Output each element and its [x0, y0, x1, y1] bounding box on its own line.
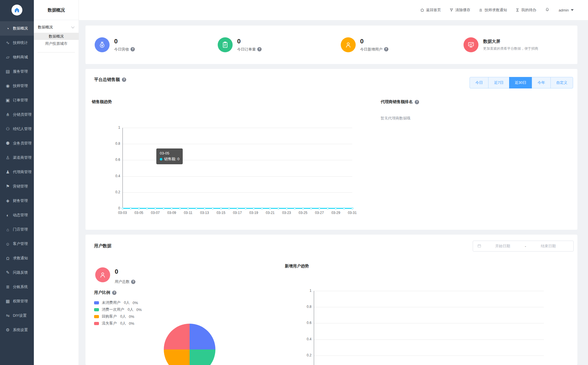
main-content: 0 今日营收 0 今日订单量 0 今日新增用户 [79, 20, 588, 365]
help-icon[interactable] [257, 47, 262, 51]
data-point[interactable] [310, 207, 312, 209]
agent-user-icon: ♟ [5, 169, 10, 175]
data-point[interactable] [277, 207, 279, 209]
y-axis-tick: 0 [108, 206, 120, 210]
sidebar-item-1[interactable]: ◔数据概况 [0, 21, 34, 36]
sidebar-item-11[interactable]: ♟代理商管理 [0, 165, 34, 179]
sidebar-item-6[interactable]: ▣订单管理 [0, 93, 34, 107]
data-point[interactable] [220, 207, 222, 209]
sidebar-item-16[interactable]: ☺客户管理 [0, 237, 34, 251]
data-point[interactable] [138, 207, 140, 209]
data-point[interactable] [318, 207, 320, 209]
sidebar-item-3[interactable]: ▱物料商城 [0, 50, 34, 64]
x-axis-tick: 03-07 [147, 211, 164, 215]
data-point[interactable] [269, 207, 271, 209]
technician-icon: ◉ [5, 83, 10, 88]
user-menu[interactable]: admin [559, 8, 574, 12]
sidebar-item-17[interactable]: Ω求救通知 [0, 251, 34, 265]
data-point[interactable] [261, 207, 263, 209]
sidebar-item-15[interactable]: ⌂门店管理 [0, 222, 34, 237]
sidebar-item-7[interactable]: ⋔分销员管理 [0, 107, 34, 122]
header-link-label: 返回首页 [426, 7, 441, 13]
sidebar-item-2[interactable]: ∿技师统计 [0, 36, 34, 50]
notification-bell-button[interactable] [545, 7, 550, 13]
sidebar-item-5[interactable]: ◉技师管理 [0, 79, 34, 93]
sidebar-item-10[interactable]: ♙渠道商管理 [0, 150, 34, 165]
data-point[interactable] [236, 207, 238, 209]
data-point[interactable] [294, 207, 296, 209]
service-list-icon: ▤ [5, 69, 10, 74]
data-point[interactable] [335, 207, 337, 209]
sidebar-item-9[interactable]: ⚉业务员管理 [0, 136, 34, 150]
header-link-label: 清除缓存 [455, 7, 470, 13]
header-link[interactable]: 清除缓存 [449, 7, 470, 13]
data-point[interactable] [146, 207, 148, 209]
shopping-bag-icon: ▱ [5, 55, 10, 60]
help-icon[interactable] [384, 47, 388, 51]
sidebar-item-20[interactable]: ▦权限管理 [0, 294, 34, 308]
x-axis-tick: 03-27 [311, 211, 328, 215]
sidebar-item-22[interactable]: ⚙系统设置 [0, 323, 34, 337]
data-point[interactable] [195, 207, 197, 209]
sidebar-item-label: 数据概况 [13, 26, 28, 31]
sidebar-item-label: 经纪人管理 [13, 126, 32, 132]
submenu-divider [38, 52, 75, 53]
gridline [314, 323, 544, 323]
sidebar-item-19[interactable]: ≣分账系统 [0, 280, 34, 294]
data-point[interactable] [179, 207, 181, 209]
gridline [122, 176, 352, 177]
header-link[interactable]: 返回首页 [420, 7, 441, 13]
data-point[interactable] [154, 207, 156, 209]
sidebar-item-21[interactable]: ⇋DIY设置 [0, 308, 34, 323]
hourglass-icon [515, 8, 520, 12]
sidebar-item-label: 业务员管理 [13, 141, 32, 146]
data-point[interactable] [228, 207, 230, 209]
home-icon [420, 8, 425, 12]
sales-trend-chart: 10.80.60.40.2003-0303-0503-0703-0903-110… [85, 69, 577, 230]
salesman-users-icon: ⚉ [5, 141, 10, 146]
header-link[interactable]: 我的待办 [515, 7, 536, 13]
sidebar-item-label: 权限管理 [13, 299, 28, 304]
data-point[interactable] [122, 207, 124, 209]
data-point[interactable] [130, 207, 132, 209]
submenu-item[interactable]: 数据概况 [34, 33, 79, 40]
data-point[interactable] [245, 207, 247, 209]
feedback-pencil-icon: ✎ [5, 270, 10, 275]
header-link[interactable]: 技师求救通知 [478, 7, 507, 13]
sidebar-item-12[interactable]: ⚑营销管理 [0, 179, 34, 194]
sidebar-item-label: DIY设置 [13, 313, 27, 318]
stats-chart-icon: ∿ [5, 40, 10, 45]
sidebar-item-8[interactable]: ⚇经纪人管理 [0, 122, 34, 136]
help-icon[interactable] [415, 100, 419, 104]
gear-icon: ⚙ [5, 327, 10, 333]
data-point[interactable] [187, 207, 189, 209]
data-screen-card[interactable]: 数据大屏 更加直观的查看平台数据，便于招商 [454, 37, 577, 52]
data-point[interactable] [351, 207, 353, 209]
sidebar-item-18[interactable]: ✎问题反馈 [0, 265, 34, 280]
submenu-group-label: 数据概况 [38, 25, 53, 30]
pie-chart-icon: ◔ [5, 26, 10, 31]
data-point[interactable] [327, 207, 329, 209]
submenu-group-toggle[interactable]: 数据概况 [34, 20, 79, 33]
data-point[interactable] [253, 207, 255, 209]
stat-card-orders: 0 今日订单量 [209, 37, 332, 52]
app-logo[interactable] [0, 0, 34, 20]
data-point[interactable] [286, 207, 288, 209]
agent-rank-empty-text: 暂无代理商数据哦 [381, 116, 410, 121]
sidebar-item-4[interactable]: ▤服务管理 [0, 64, 34, 79]
data-point[interactable] [302, 207, 304, 209]
help-icon[interactable] [131, 47, 135, 51]
distributor-tree-icon: ⋔ [5, 112, 10, 117]
sidebar-item-label: 分销员管理 [13, 112, 32, 117]
submenu-item[interactable]: 用户投票城市 [34, 40, 79, 47]
sidebar-item-14[interactable]: ◐动态管理 [0, 208, 34, 222]
data-point[interactable] [171, 207, 173, 209]
new-user-trend-chart: 10.80.60.40.2 [85, 235, 577, 365]
data-point[interactable] [163, 207, 165, 209]
data-point[interactable] [343, 207, 345, 209]
data-point[interactable] [204, 207, 206, 209]
y-axis-tick: 0.8 [108, 142, 120, 146]
sidebar-item-13[interactable]: ◈财务管理 [0, 194, 34, 208]
sidebar-item-label: 代理商管理 [13, 169, 32, 175]
data-point[interactable] [212, 207, 214, 209]
